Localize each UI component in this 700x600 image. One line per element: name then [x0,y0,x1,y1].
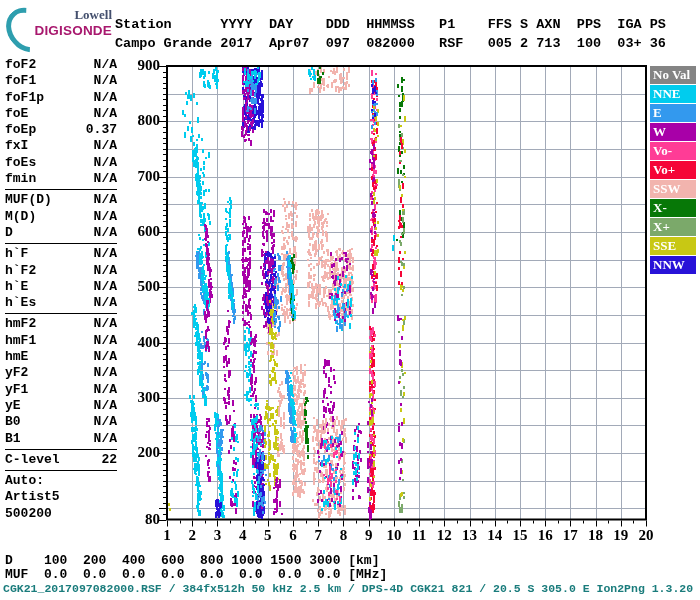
param-value: 22 [101,452,117,468]
legend-item-vo-: Vo- [650,142,696,160]
x-tick-label: 6 [279,527,307,544]
param-label: h`F [5,246,28,262]
legend-item-sse: SSE [650,237,696,255]
param-value: N/A [94,246,117,262]
param-label: MUF(D) [5,192,52,208]
param-value: N/A [94,263,117,279]
y-tick-label: 300 [118,389,160,406]
param-label: h`E [5,279,28,295]
x-tick-label: 4 [229,527,257,544]
y-tick-label: 200 [118,444,160,461]
param-value: N/A [94,106,117,122]
param-label: B1 [5,431,21,447]
param-label: foEp [5,122,36,138]
param-label: 500200 [5,506,52,522]
param-row: hmEN/A [5,349,117,365]
x-tick-label: 16 [531,527,559,544]
param-label: foF2 [5,57,36,73]
param-value: N/A [94,225,117,241]
param-label: Auto: [5,473,44,489]
param-row: M(D)N/A [5,209,117,225]
param-label: foF1p [5,90,44,106]
param-label: Artist5 [5,489,60,505]
param-row: yF2N/A [5,365,117,381]
param-divider [5,470,117,471]
param-label: C-level [5,452,60,468]
legend-item-x-: X+ [650,218,696,236]
header-field-names: Station YYYY DAY DDD HHMMSS P1 FFS S AXN… [115,15,666,34]
param-value: N/A [94,349,117,365]
param-row: DN/A [5,225,117,241]
param-value: N/A [94,431,117,447]
echo-type-legend: No ValNNEEWVo-Vo+SSWX-X+SSENNW [650,66,696,275]
x-tick-label: 14 [481,527,509,544]
param-value: 0.37 [86,122,117,138]
x-tick-label: 3 [203,527,231,544]
param-value: N/A [94,365,117,381]
param-label: h`F2 [5,263,36,279]
parameter-panel: foF2N/AfoF1N/AfoF1pN/AfoEN/AfoEp0.37fxIN… [5,57,117,522]
param-label: M(D) [5,209,36,225]
param-row: MUF(D)N/A [5,192,117,208]
x-tick-label: 15 [506,527,534,544]
param-row: fminN/A [5,171,117,187]
param-value: N/A [94,414,117,430]
param-label: fmin [5,171,36,187]
param-divider [5,189,117,190]
header-field-values: Campo Grande 2017 Apr07 097 082000 RSF 0… [115,34,666,53]
x-tick-label: 8 [329,527,357,544]
param-row: hmF1N/A [5,333,117,349]
param-label: fxI [5,138,28,154]
legend-item-x-: X- [650,199,696,217]
lowell-digisonde-logo: Lowell DIGISONDE [8,5,112,47]
param-value: N/A [94,209,117,225]
param-label: foEs [5,155,36,171]
param-label: hmF1 [5,333,36,349]
param-value: N/A [94,57,117,73]
param-row: B1N/A [5,431,117,447]
param-value: N/A [94,295,117,311]
param-row: foF2N/A [5,57,117,73]
legend-item-nne: NNE [650,85,696,103]
param-value: N/A [94,316,117,332]
param-label: yF1 [5,382,28,398]
param-row: h`EN/A [5,279,117,295]
legend-item-ssw: SSW [650,180,696,198]
param-label: yE [5,398,21,414]
param-row: Auto: [5,473,117,489]
x-tick-label: 10 [380,527,408,544]
param-row: hmF2N/A [5,316,117,332]
x-tick-label: 1 [153,527,181,544]
param-row: h`F2N/A [5,263,117,279]
param-label: foE [5,106,28,122]
param-value: N/A [94,138,117,154]
param-row: foF1pN/A [5,90,117,106]
y-tick-label: 800 [118,112,160,129]
x-tick-label: 11 [405,527,433,544]
muf-row: MUF 0.0 0.0 0.0 0.0 0.0 0.0 0.0 0.0 [MHz… [5,568,387,582]
param-divider [5,243,117,244]
logo-lowell-text: Lowell [34,7,112,23]
param-divider [5,449,117,450]
param-row: h`EsN/A [5,295,117,311]
x-tick-label: 20 [632,527,660,544]
param-value: N/A [94,171,117,187]
param-value: N/A [94,279,117,295]
param-value: N/A [94,382,117,398]
param-row: fxIN/A [5,138,117,154]
y-tick-label: 80 [118,511,160,528]
param-label: hmE [5,349,28,365]
param-row: foF1N/A [5,73,117,89]
param-row: h`FN/A [5,246,117,262]
legend-item-w: W [650,123,696,141]
y-tick-label: 400 [118,334,160,351]
param-row: foEN/A [5,106,117,122]
param-row: foEp0.37 [5,122,117,138]
param-row: Artist5 [5,489,117,505]
param-row: yEN/A [5,398,117,414]
param-value: N/A [94,398,117,414]
y-tick-label: 500 [118,278,160,295]
legend-item-e: E [650,104,696,122]
param-row: B0N/A [5,414,117,430]
param-value: N/A [94,90,117,106]
